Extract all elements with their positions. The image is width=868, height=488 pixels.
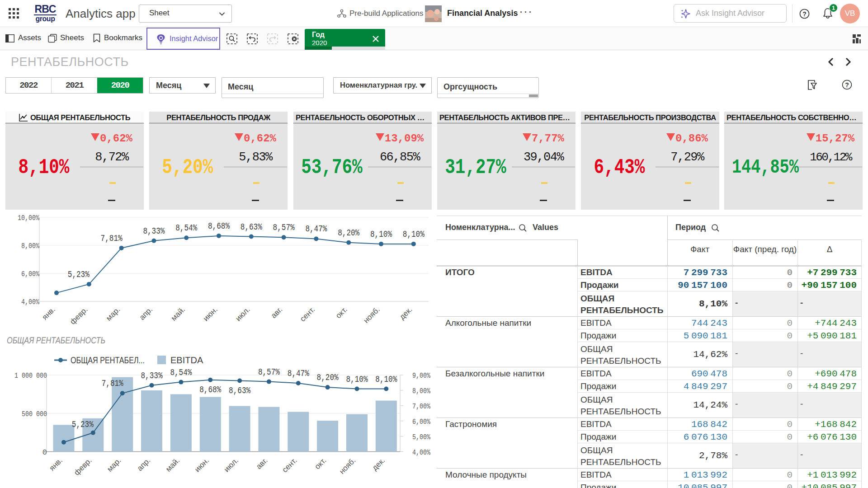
svg-text:окт.: окт. xyxy=(313,456,328,471)
svg-text:янв.: янв. xyxy=(41,305,57,321)
svg-text:8,57%: 8,57% xyxy=(273,222,295,233)
svg-text:?: ? xyxy=(845,81,849,89)
svg-text:8,68%: 8,68% xyxy=(199,385,222,395)
svg-text:6,00%: 6,00% xyxy=(412,418,431,426)
svg-text:7,81%: 7,81% xyxy=(101,233,123,244)
svg-text:ОБЩАЯ РЕНТАБЕЛ...: ОБЩАЯ РЕНТАБЕЛ... xyxy=(71,355,145,365)
svg-text:0: 0 xyxy=(42,448,47,457)
svg-text:?: ? xyxy=(802,10,807,18)
svg-text:8,57%: 8,57% xyxy=(258,367,280,377)
svg-text:сент.: сент. xyxy=(280,456,298,474)
svg-text:ОБЩАЯ РЕНТАБЕЛЬНОСТЬ: ОБЩАЯ РЕНТАБЕЛЬНОСТЬ xyxy=(7,335,105,345)
svg-text:8,10%: 8,10% xyxy=(370,229,392,239)
svg-text:апр.: апр. xyxy=(136,456,152,473)
svg-text:5,23%: 5,23% xyxy=(72,419,94,430)
svg-text:4,00%: 4,00% xyxy=(21,298,40,306)
svg-text:500 000: 500 000 xyxy=(22,410,47,418)
svg-text:июн.: июн. xyxy=(202,305,219,323)
svg-text:июл.: июл. xyxy=(234,305,251,323)
svg-text:4,00%: 4,00% xyxy=(412,448,431,457)
svg-text:8,10%: 8,10% xyxy=(375,374,397,385)
svg-text:6,00%: 6,00% xyxy=(21,270,40,278)
svg-text:8,10%: 8,10% xyxy=(403,229,425,239)
svg-text:5,23%: 5,23% xyxy=(68,269,90,280)
svg-text:нояб.: нояб. xyxy=(362,305,381,324)
svg-text:янв.: янв. xyxy=(48,456,64,472)
svg-text:8,63%: 8,63% xyxy=(229,385,251,396)
svg-text:авг.: авг. xyxy=(255,456,269,471)
svg-text:апр.: апр. xyxy=(138,305,155,322)
svg-text:8,68%: 8,68% xyxy=(208,221,230,231)
svg-text:июн.: июн. xyxy=(193,456,211,474)
svg-text:8,54%: 8,54% xyxy=(170,367,192,378)
svg-text:8,54%: 8,54% xyxy=(175,223,198,233)
svg-text:9,00%: 9,00% xyxy=(412,371,431,380)
svg-text:8,33%: 8,33% xyxy=(143,226,165,236)
svg-text:8,20%: 8,20% xyxy=(317,372,339,383)
svg-text:май.: май. xyxy=(170,305,187,322)
svg-text:5,00%: 5,00% xyxy=(412,433,431,441)
svg-text:февр.: февр. xyxy=(68,305,89,326)
svg-text:мар.: мар. xyxy=(104,305,122,322)
svg-text:EBITDA: EBITDA xyxy=(170,355,203,365)
svg-text:нояб.: нояб. xyxy=(338,456,357,475)
svg-text:окт.: окт. xyxy=(334,305,349,320)
svg-text:8,20%: 8,20% xyxy=(338,228,360,238)
svg-text:май.: май. xyxy=(164,456,181,473)
svg-text:сент.: сент. xyxy=(298,305,316,323)
svg-text:8,47%: 8,47% xyxy=(288,368,310,379)
svg-text:7,00%: 7,00% xyxy=(412,402,431,411)
svg-text:1 000 000: 1 000 000 xyxy=(14,371,47,380)
svg-text:8,10%: 8,10% xyxy=(346,374,368,385)
svg-text:10,00%: 10,00% xyxy=(18,214,40,222)
svg-text:8,63%: 8,63% xyxy=(241,222,263,232)
svg-text:8,33%: 8,33% xyxy=(141,371,163,381)
svg-text:8,00%: 8,00% xyxy=(21,242,40,250)
svg-text:8,47%: 8,47% xyxy=(305,224,327,234)
svg-text:авг.: авг. xyxy=(269,305,284,320)
svg-text:июл.: июл. xyxy=(222,456,240,474)
svg-text:дек.: дек. xyxy=(398,305,414,321)
svg-text:7,81%: 7,81% xyxy=(102,378,124,389)
svg-text:дек.: дек. xyxy=(370,456,387,472)
svg-text:мар.: мар. xyxy=(105,456,123,473)
svg-text:8,00%: 8,00% xyxy=(412,387,431,395)
svg-text:февр.: февр. xyxy=(72,456,93,477)
